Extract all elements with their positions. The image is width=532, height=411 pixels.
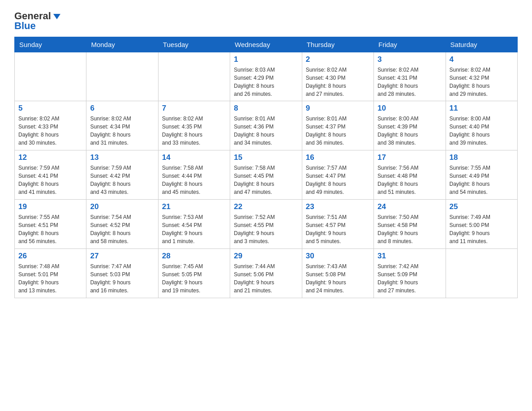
calendar-cell: 9Sunrise: 8:01 AMSunset: 4:37 PMDaylight… (302, 101, 373, 150)
day-number: 13 (90, 153, 154, 162)
weekday-header-tuesday: Tuesday (158, 37, 230, 52)
calendar-cell: 17Sunrise: 7:56 AMSunset: 4:48 PMDayligh… (374, 150, 446, 200)
day-number: 5 (18, 104, 82, 113)
day-number: 3 (378, 55, 442, 64)
day-info: Sunrise: 8:02 AMSunset: 4:35 PMDaylight:… (162, 115, 226, 147)
day-info: Sunrise: 7:50 AMSunset: 4:58 PMDaylight:… (378, 213, 442, 245)
day-number: 29 (234, 252, 298, 261)
logo-arrow-icon (52, 12, 62, 21)
calendar-cell: 3Sunrise: 8:02 AMSunset: 4:31 PMDaylight… (374, 52, 446, 101)
calendar-cell: 29Sunrise: 7:44 AMSunset: 5:06 PMDayligh… (230, 249, 302, 298)
weekday-header-saturday: Saturday (446, 37, 517, 52)
day-info: Sunrise: 8:00 AMSunset: 4:40 PMDaylight:… (450, 115, 514, 147)
day-info: Sunrise: 7:55 AMSunset: 4:51 PMDaylight:… (18, 213, 82, 245)
day-number: 8 (234, 104, 298, 113)
day-number: 25 (450, 202, 514, 211)
day-number: 14 (162, 153, 226, 162)
day-info: Sunrise: 7:56 AMSunset: 4:48 PMDaylight:… (378, 164, 442, 196)
day-number: 19 (18, 202, 82, 211)
day-number: 6 (90, 104, 154, 113)
day-info: Sunrise: 8:01 AMSunset: 4:36 PMDaylight:… (234, 115, 298, 147)
day-number: 23 (306, 202, 370, 211)
calendar-cell: 13Sunrise: 7:59 AMSunset: 4:42 PMDayligh… (86, 150, 158, 200)
calendar-cell: 2Sunrise: 8:02 AMSunset: 4:30 PMDaylight… (302, 52, 373, 101)
day-info: Sunrise: 8:02 AMSunset: 4:31 PMDaylight:… (378, 66, 442, 98)
calendar-cell: 20Sunrise: 7:54 AMSunset: 4:52 PMDayligh… (86, 200, 158, 249)
logo-blue: Blue (14, 21, 62, 31)
calendar-cell: 8Sunrise: 8:01 AMSunset: 4:36 PMDaylight… (230, 101, 302, 150)
day-info: Sunrise: 7:54 AMSunset: 4:52 PMDaylight:… (90, 213, 154, 245)
day-info: Sunrise: 7:55 AMSunset: 4:49 PMDaylight:… (450, 164, 514, 196)
svg-marker-0 (53, 14, 60, 19)
calendar-cell: 5Sunrise: 8:02 AMSunset: 4:33 PMDaylight… (15, 101, 86, 150)
day-info: Sunrise: 8:02 AMSunset: 4:34 PMDaylight:… (90, 115, 154, 147)
weekday-header-sunday: Sunday (15, 37, 86, 52)
page-header: General Blue (14, 11, 518, 31)
day-info: Sunrise: 8:03 AMSunset: 4:29 PMDaylight:… (234, 66, 298, 98)
day-info: Sunrise: 7:51 AMSunset: 4:57 PMDaylight:… (306, 213, 370, 245)
calendar-cell: 11Sunrise: 8:00 AMSunset: 4:40 PMDayligh… (446, 101, 517, 150)
calendar-cell: 26Sunrise: 7:48 AMSunset: 5:01 PMDayligh… (15, 249, 86, 298)
calendar-cell (15, 52, 86, 101)
day-number: 4 (450, 55, 514, 64)
day-number: 26 (18, 252, 82, 261)
day-number: 7 (162, 104, 226, 113)
day-number: 1 (234, 55, 298, 64)
day-info: Sunrise: 8:02 AMSunset: 4:30 PMDaylight:… (306, 66, 370, 98)
day-info: Sunrise: 8:02 AMSunset: 4:32 PMDaylight:… (450, 66, 514, 98)
day-info: Sunrise: 7:47 AMSunset: 5:03 PMDaylight:… (90, 262, 154, 295)
day-number: 15 (234, 153, 298, 162)
day-number: 9 (306, 104, 370, 113)
day-number: 22 (234, 202, 298, 211)
day-number: 24 (378, 202, 442, 211)
calendar-cell: 6Sunrise: 8:02 AMSunset: 4:34 PMDaylight… (86, 101, 158, 150)
day-info: Sunrise: 7:59 AMSunset: 4:42 PMDaylight:… (90, 164, 154, 196)
weekday-header-monday: Monday (86, 37, 158, 52)
day-info: Sunrise: 8:02 AMSunset: 4:33 PMDaylight:… (18, 115, 82, 147)
calendar-cell: 30Sunrise: 7:43 AMSunset: 5:08 PMDayligh… (302, 249, 373, 298)
calendar-week-1: 1Sunrise: 8:03 AMSunset: 4:29 PMDaylight… (15, 52, 518, 101)
day-number: 31 (378, 252, 442, 261)
day-info: Sunrise: 7:59 AMSunset: 4:41 PMDaylight:… (18, 164, 82, 196)
calendar-cell: 1Sunrise: 8:03 AMSunset: 4:29 PMDaylight… (230, 52, 302, 101)
day-info: Sunrise: 7:49 AMSunset: 5:00 PMDaylight:… (450, 213, 514, 245)
day-info: Sunrise: 7:45 AMSunset: 5:05 PMDaylight:… (162, 262, 226, 295)
day-number: 17 (378, 153, 442, 162)
calendar-cell: 16Sunrise: 7:57 AMSunset: 4:47 PMDayligh… (302, 150, 373, 200)
day-number: 16 (306, 153, 370, 162)
calendar-week-3: 12Sunrise: 7:59 AMSunset: 4:41 PMDayligh… (15, 150, 518, 200)
calendar-cell: 19Sunrise: 7:55 AMSunset: 4:51 PMDayligh… (15, 200, 86, 249)
day-info: Sunrise: 7:52 AMSunset: 4:55 PMDaylight:… (234, 213, 298, 245)
day-info: Sunrise: 8:01 AMSunset: 4:37 PMDaylight:… (306, 115, 370, 147)
calendar-cell: 12Sunrise: 7:59 AMSunset: 4:41 PMDayligh… (15, 150, 86, 200)
calendar-table: SundayMondayTuesdayWednesdayThursdayFrid… (14, 37, 518, 298)
calendar-week-2: 5Sunrise: 8:02 AMSunset: 4:33 PMDaylight… (15, 101, 518, 150)
calendar-cell: 7Sunrise: 8:02 AMSunset: 4:35 PMDaylight… (158, 101, 230, 150)
calendar-header-row: SundayMondayTuesdayWednesdayThursdayFrid… (15, 37, 518, 52)
calendar-cell: 21Sunrise: 7:53 AMSunset: 4:54 PMDayligh… (158, 200, 230, 249)
calendar-cell (158, 52, 230, 101)
weekday-header-friday: Friday (374, 37, 446, 52)
weekday-header-wednesday: Wednesday (230, 37, 302, 52)
calendar-cell (446, 249, 517, 298)
day-number: 10 (378, 104, 442, 113)
day-info: Sunrise: 7:58 AMSunset: 4:45 PMDaylight:… (234, 164, 298, 196)
day-number: 30 (306, 252, 370, 261)
day-info: Sunrise: 7:57 AMSunset: 4:47 PMDaylight:… (306, 164, 370, 196)
day-number: 21 (162, 202, 226, 211)
day-number: 28 (162, 252, 226, 261)
day-number: 11 (450, 104, 514, 113)
calendar-week-4: 19Sunrise: 7:55 AMSunset: 4:51 PMDayligh… (15, 200, 518, 249)
calendar-cell: 15Sunrise: 7:58 AMSunset: 4:45 PMDayligh… (230, 150, 302, 200)
calendar-cell: 25Sunrise: 7:49 AMSunset: 5:00 PMDayligh… (446, 200, 517, 249)
calendar-cell: 23Sunrise: 7:51 AMSunset: 4:57 PMDayligh… (302, 200, 373, 249)
logo-wrapper: General Blue (14, 11, 62, 31)
day-number: 20 (90, 202, 154, 211)
calendar-cell: 27Sunrise: 7:47 AMSunset: 5:03 PMDayligh… (86, 249, 158, 298)
day-info: Sunrise: 7:44 AMSunset: 5:06 PMDaylight:… (234, 262, 298, 295)
day-number: 2 (306, 55, 370, 64)
day-number: 12 (18, 153, 82, 162)
calendar-cell: 22Sunrise: 7:52 AMSunset: 4:55 PMDayligh… (230, 200, 302, 249)
calendar-week-5: 26Sunrise: 7:48 AMSunset: 5:01 PMDayligh… (15, 249, 518, 298)
day-info: Sunrise: 7:43 AMSunset: 5:08 PMDaylight:… (306, 262, 370, 295)
